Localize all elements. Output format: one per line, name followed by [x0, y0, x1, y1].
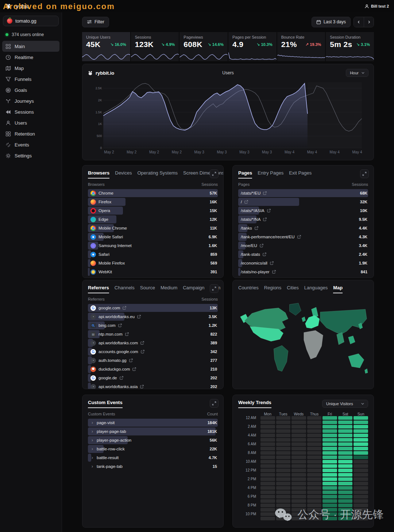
- external-link-icon[interactable]: [123, 306, 126, 310]
- external-link-icon[interactable]: [118, 324, 122, 327]
- tab-referrers[interactable]: Referrers: [88, 285, 109, 293]
- pages-row[interactable]: /32K: [238, 198, 368, 206]
- browsers-row[interactable]: Mobile Firefox569: [88, 259, 218, 267]
- external-link-icon[interactable]: [132, 367, 136, 371]
- expand-button[interactable]: [360, 169, 369, 178]
- browsers-row[interactable]: Safari859: [88, 250, 218, 258]
- sidebar-item-map[interactable]: Map: [2, 63, 59, 74]
- sidebar-item-funnels[interactable]: Funnels: [2, 74, 59, 85]
- external-link-icon[interactable]: [263, 191, 267, 195]
- tab-campaign[interactable]: Campaign: [183, 285, 204, 293]
- pages-row[interactable]: /moe/EU3.4K: [238, 242, 368, 250]
- external-link-icon[interactable]: [263, 218, 267, 221]
- pages-row[interactable]: /stats/*/EU68K: [238, 189, 368, 197]
- referrers-row[interactable]: duckduckgo.com210: [88, 365, 218, 373]
- weekly-metric-dropdown[interactable]: Unique Visitors: [322, 400, 368, 408]
- stat-card-bounce-rate[interactable]: Bounce Rate21%↗19.3%: [277, 32, 325, 61]
- custom-events-row[interactable]: ›tank-page-tab15: [88, 462, 218, 470]
- chevron-right-icon[interactable]: ›: [90, 455, 94, 460]
- sidebar-item-events[interactable]: Events: [2, 139, 59, 150]
- browsers-row[interactable]: ◌Samsung Internet1.6K: [88, 242, 218, 250]
- next-period-button[interactable]: [364, 17, 374, 27]
- tab-map[interactable]: Map: [333, 285, 343, 293]
- tab-custom-events[interactable]: Custom Events: [88, 400, 123, 408]
- referrers-row[interactable]: Gaccounts.google.com342: [88, 348, 218, 356]
- tab-devices[interactable]: Devices: [115, 170, 132, 179]
- sidebar-item-settings[interactable]: Settings: [2, 150, 59, 161]
- browsers-row[interactable]: Chrome57K: [88, 189, 218, 197]
- expand-button[interactable]: [210, 169, 219, 178]
- external-link-icon[interactable]: [272, 270, 276, 274]
- referrers-row[interactable]: ◔api.worldoftanks.com389: [88, 339, 218, 347]
- external-link-icon[interactable]: [267, 209, 271, 212]
- tab-cities[interactable]: Cities: [287, 285, 299, 293]
- expand-button[interactable]: [210, 284, 219, 293]
- external-link-icon[interactable]: [244, 200, 248, 204]
- tab-channels[interactable]: Channels: [115, 285, 135, 293]
- browsers-row[interactable]: WebKit391: [88, 268, 218, 276]
- browsers-row[interactable]: Mobile Chrome11K: [88, 224, 218, 232]
- stat-card-unique-users[interactable]: Unique Users45K↘16.0%: [82, 32, 130, 61]
- custom-events-row[interactable]: ›battle-row-click22K: [88, 445, 218, 453]
- sidebar-item-main[interactable]: Main: [2, 41, 59, 52]
- referrers-row[interactable]: Ggoogle.de202: [88, 374, 218, 382]
- custom-events-row[interactable]: ›player-page-action56K: [88, 436, 218, 444]
- chevron-right-icon[interactable]: ›: [90, 429, 94, 434]
- external-link-icon[interactable]: [263, 253, 266, 256]
- prev-period-button[interactable]: [354, 17, 364, 27]
- pages-row[interactable]: /tank-performance/recent/EU4.3K: [238, 233, 368, 241]
- external-link-icon[interactable]: [137, 315, 141, 318]
- external-link-icon[interactable]: [120, 376, 123, 380]
- external-link-icon[interactable]: [255, 226, 258, 230]
- pages-row[interactable]: /tank-stats2.4K: [238, 250, 368, 258]
- external-link-icon[interactable]: [140, 385, 144, 388]
- browsers-row[interactable]: Firefox16K: [88, 198, 218, 206]
- external-link-icon[interactable]: [141, 350, 144, 353]
- external-link-icon[interactable]: [297, 235, 301, 239]
- referrers-row[interactable]: ▤ntp.msn.com822: [88, 330, 218, 338]
- external-link-icon[interactable]: [125, 332, 129, 336]
- chevron-right-icon[interactable]: ›: [90, 446, 94, 451]
- external-link-icon[interactable]: [270, 261, 274, 265]
- referrers-row[interactable]: ◔auth.tomato.gg277: [88, 356, 218, 364]
- browsers-row[interactable]: Edge12K: [88, 215, 218, 223]
- sidebar-item-realtime[interactable]: Realtime: [2, 52, 59, 63]
- tab-exit-pages[interactable]: Exit Pages: [289, 170, 312, 179]
- custom-events-row[interactable]: ›player-page-tab181K: [88, 427, 218, 435]
- external-link-icon[interactable]: [129, 359, 133, 362]
- referrers-row[interactable]: ◔api.worldoftanks.asia202: [88, 383, 218, 389]
- date-range-button[interactable]: Last 3 days: [312, 17, 351, 27]
- chevron-right-icon[interactable]: ›: [90, 438, 94, 443]
- tab-languages[interactable]: Languages: [304, 285, 328, 293]
- tab-source[interactable]: Source: [140, 285, 155, 293]
- interval-dropdown[interactable]: Hour: [346, 69, 368, 77]
- custom-events-row[interactable]: ›page-visit184K: [88, 419, 218, 427]
- pages-row[interactable]: /economics/all1.9K: [238, 259, 368, 267]
- chevron-right-icon[interactable]: ›: [90, 420, 94, 425]
- filter-button[interactable]: Filter: [82, 17, 109, 27]
- sidebar-item-sessions[interactable]: Sessions: [2, 106, 59, 117]
- referrers-row[interactable]: Ggoogle.com13K: [88, 304, 218, 312]
- pages-row[interactable]: /stats/*/ASIA10K: [238, 207, 368, 215]
- tab-pages[interactable]: Pages: [238, 170, 252, 179]
- stat-card-pageviews[interactable]: Pageviews608K↘14.6%: [179, 32, 228, 61]
- sidebar-item-retention[interactable]: Retention: [2, 128, 59, 139]
- pages-row[interactable]: /stats/*/NA9.5K: [238, 215, 368, 223]
- sidebar-item-journeys[interactable]: Journeys: [2, 95, 59, 106]
- pages-row[interactable]: /stats/no-player841: [238, 268, 368, 276]
- app-logo[interactable]: rybbit: [5, 3, 29, 9]
- stat-card-session-duration[interactable]: Session Duration5m 2s↘3.1%: [326, 32, 374, 61]
- sidebar-item-users[interactable]: Users: [2, 117, 59, 128]
- stat-card-sessions[interactable]: Sessions123K↘4.9%: [131, 32, 179, 61]
- pages-row[interactable]: /tanks4.4K: [238, 224, 368, 232]
- browsers-row[interactable]: Opera15K: [88, 207, 218, 215]
- expand-button[interactable]: [210, 399, 219, 408]
- external-link-icon[interactable]: [140, 341, 144, 345]
- tab-operating-systems[interactable]: Operating Systems: [138, 170, 178, 179]
- tab-regions[interactable]: Regions: [264, 285, 282, 293]
- tab-medium[interactable]: Medium: [161, 285, 177, 293]
- referrers-row[interactable]: ◔api.worldoftanks.eu3.5K: [88, 313, 218, 321]
- custom-events-row[interactable]: ›battle-result4.7K: [88, 454, 218, 462]
- tab-countries[interactable]: Countries: [238, 285, 259, 293]
- browsers-row[interactable]: Mobile Safari6.9K: [88, 233, 218, 241]
